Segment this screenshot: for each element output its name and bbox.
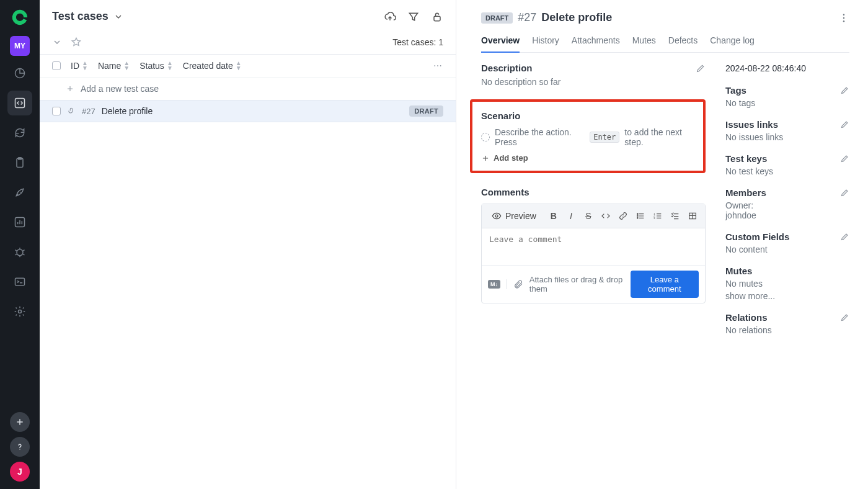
upload-icon[interactable] [384,11,396,23]
drag-handle-icon[interactable] [67,107,76,115]
kebab-menu-icon[interactable] [838,12,849,24]
lock-icon[interactable] [431,11,443,23]
nav-bug-icon[interactable] [7,240,32,264]
help-button[interactable] [10,437,30,457]
edit-custom-icon[interactable] [840,232,849,241]
detail-panel: DRAFT #27 Delete profile Overview Histor… [456,0,868,489]
edit-tags-icon[interactable] [840,86,849,95]
select-all-checkbox[interactable] [52,61,61,70]
comment-toolbar: Preview B I S [482,204,705,228]
edit-testkeys-icon[interactable] [840,154,849,163]
svg-point-13 [637,213,638,214]
add-test-case-label: Add a new test case [81,84,159,94]
link-icon[interactable] [616,208,631,224]
tab-changelog[interactable]: Change log [710,35,755,52]
relations-block: Relations No relations [725,312,849,335]
description-label: Description [481,63,533,73]
strike-icon[interactable]: S [581,208,596,224]
test-cases-panel: Test cases Te [40,0,456,489]
chevron-down-icon[interactable] [113,12,123,22]
add-button[interactable] [10,412,30,432]
page-header: Test cases [40,0,456,33]
attach-hint: Attach files or drag & drop them [529,275,624,294]
scenario-section-highlighted: Scenario Describe the action. Press Ente… [470,99,706,173]
edit-description-icon[interactable] [696,63,706,73]
svg-point-11 [843,20,844,22]
col-name[interactable]: Name▲▼ [98,61,130,71]
relations-value: No relations [725,325,849,335]
comment-editor: Preview B I S [481,204,706,303]
edit-relations-icon[interactable] [840,313,849,322]
nav-clipboard-icon[interactable] [7,150,32,175]
detail-sidebar: 2024-08-22 08:46:40 Tags No tags Issues … [725,63,849,346]
draft-chip: DRAFT [481,12,513,24]
mutes-show-more[interactable]: show more... [725,291,849,301]
dashed-circle-icon [481,133,490,141]
custom-fields-block: Custom Fields No content [725,231,849,254]
scenario-hint-pre: Describe the action. Press [495,127,585,147]
numbered-list-icon[interactable]: 123 [650,208,665,224]
bold-icon[interactable]: B [546,208,561,224]
markdown-badge: M↓ [488,280,500,289]
nav-rocket-icon[interactable] [7,180,32,205]
nav-terminal-icon[interactable] [7,269,32,294]
tab-overview[interactable]: Overview [481,35,520,53]
collapse-icon[interactable] [52,37,62,47]
columns-more-icon[interactable]: ⋯ [433,61,443,71]
detail-id: #27 [518,11,536,24]
col-created[interactable]: Created date▲▼ [183,61,242,71]
user-avatar[interactable]: J [10,462,30,482]
tab-history[interactable]: History [532,35,559,52]
custom-value: No content [725,244,849,254]
checklist-icon[interactable] [668,208,683,224]
nav-cycle-icon[interactable] [7,120,32,145]
tab-defects[interactable]: Defects [668,35,698,52]
table-icon[interactable] [685,208,700,224]
col-id[interactable]: ID▲▼ [71,61,88,71]
col-status[interactable]: Status▲▼ [140,61,173,71]
project-badge[interactable]: MY [10,36,30,56]
nav-settings-icon[interactable] [7,299,32,324]
add-step-label: Add step [494,153,528,163]
comment-footer: M↓ Attach files or drag & drop them Leav… [482,265,705,303]
edit-members-icon[interactable] [840,188,849,197]
comments-label: Comments [481,187,706,197]
svg-point-12 [495,215,498,217]
bullet-list-icon[interactable] [633,208,648,224]
test-case-row[interactable]: #27 Delete profile DRAFT [40,100,456,122]
svg-rect-0 [16,99,25,108]
app-logo[interactable] [10,7,30,27]
italic-icon[interactable]: I [564,208,578,224]
tab-mutes[interactable]: Mutes [632,35,656,52]
row-checkbox[interactable] [52,107,61,115]
svg-point-15 [637,217,638,218]
nav-code-icon[interactable] [7,91,32,115]
scenario-label: Scenario [481,110,694,121]
filter-icon[interactable] [407,11,420,23]
created-timestamp: 2024-08-22 08:46:40 [725,63,849,75]
test-cases-count: Test cases: 1 [392,37,443,47]
preview-toggle[interactable]: Preview [487,209,541,223]
nav-pie-icon[interactable] [7,61,32,86]
add-step-button[interactable]: Add step [481,153,528,163]
submit-comment-button[interactable]: Leave a comment [631,271,699,298]
nav-bar-chart-icon[interactable] [7,210,32,235]
left-sidebar: MY J [0,0,40,489]
scenario-step-input[interactable]: Describe the action. Press Enter to add … [481,127,694,147]
star-icon[interactable] [71,37,82,48]
edit-issues-icon[interactable] [840,120,849,129]
row-id: #27 [82,107,95,116]
owner-label: Owner: [725,200,849,210]
tab-attachments[interactable]: Attachments [572,35,620,52]
svg-point-4 [17,249,23,256]
code-icon[interactable] [598,208,613,224]
svg-point-10 [843,17,844,18]
attach-icon[interactable] [513,279,523,289]
page-title: Test cases [52,10,108,23]
svg-rect-5 [16,278,25,285]
add-test-case-row[interactable]: Add a new test case [40,78,456,100]
comments-section: Comments Preview B I S [481,187,706,303]
comment-textarea[interactable] [482,228,705,263]
svg-point-14 [637,215,638,217]
svg-rect-8 [434,16,440,20]
